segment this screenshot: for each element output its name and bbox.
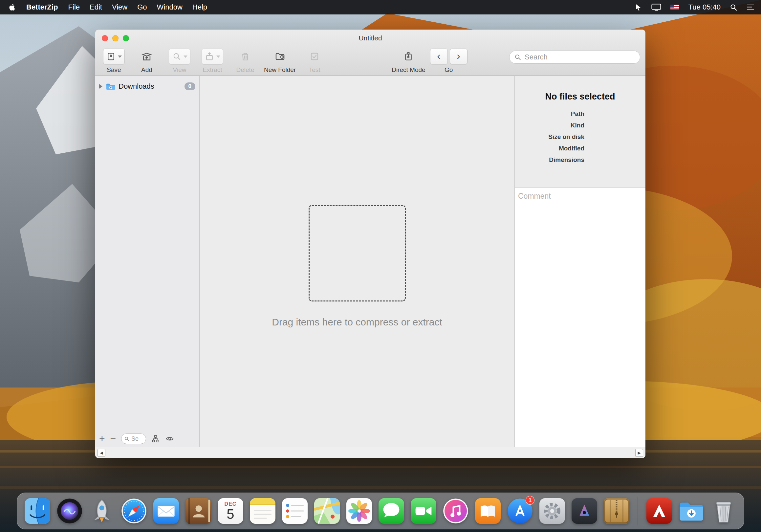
go-forward-button[interactable]: › (450, 49, 467, 64)
dock-item-messages[interactable] (378, 497, 405, 525)
dock-item-facetime[interactable] (410, 497, 437, 525)
preview-eye-icon[interactable] (165, 435, 174, 443)
toolbar-add-label: Add (141, 66, 152, 74)
chevron-down-icon (216, 55, 220, 58)
remove-archive-button[interactable]: − (110, 434, 116, 443)
notification-center-icon[interactable] (746, 4, 754, 11)
menu-bar-clock[interactable]: Tue 05:40 (688, 3, 721, 12)
add-archive-button[interactable]: + (99, 434, 105, 443)
calendar-day: 5 (226, 507, 234, 521)
dock-item-finder[interactable] (24, 497, 51, 525)
scroll-right-button[interactable]: ▶ (635, 449, 643, 457)
apple-menu-icon[interactable] (9, 3, 17, 11)
add-to-archive-icon (141, 51, 152, 62)
disclosure-triangle-icon[interactable] (99, 84, 102, 89)
toolbar-go-label: Go (444, 66, 453, 74)
new-folder-icon (274, 51, 286, 62)
toolbar-test-button: Test (300, 48, 328, 74)
dock-item-system-preferences[interactable] (538, 497, 566, 525)
sidebar-filter-input[interactable] (131, 435, 142, 443)
menu-file[interactable]: File (63, 3, 85, 12)
dock-item-launchpad[interactable] (88, 497, 116, 525)
inspector-panel: No files selected Path Kind Size on disk… (514, 76, 645, 447)
toolbar-save-label: Save (107, 66, 121, 74)
toolbar-search-field[interactable] (509, 51, 640, 64)
save-archive-icon (106, 51, 116, 62)
sidebar-item-downloads[interactable]: Downloads 0 (95, 79, 199, 93)
search-input[interactable] (524, 53, 635, 62)
menu-go[interactable]: Go (132, 3, 152, 12)
direct-mode-icon (403, 51, 414, 62)
dock-item-maps[interactable] (313, 497, 341, 525)
toolbar-direct-mode-label: Direct Mode (392, 66, 425, 74)
toolbar-view-button: View (165, 48, 194, 74)
menu-view[interactable]: View (107, 3, 132, 12)
sidebar: Downloads 0 + − (95, 76, 200, 447)
chevron-down-icon (184, 55, 188, 58)
chevron-left-icon: ‹ (437, 51, 440, 61)
title-bar[interactable]: Untitled (95, 30, 645, 47)
dock-item-calendar[interactable]: DEC 5 (217, 497, 244, 525)
dock-item-notes[interactable] (249, 497, 276, 525)
dock-item-ibooks[interactable] (474, 497, 501, 525)
app-menu-title[interactable]: BetterZip (21, 3, 63, 12)
field-label-kind: Kind (515, 122, 584, 129)
toolbar-new-folder-label: New Folder (264, 66, 296, 74)
menu-help[interactable]: Help (188, 3, 212, 12)
window-chrome: Untitled Save (95, 30, 645, 76)
toolbar-view-label: View (173, 66, 187, 74)
toolbar-extract-button: Extract (198, 48, 226, 74)
dock-item-acrobat[interactable] (645, 497, 673, 525)
dock-item-mail[interactable] (152, 497, 180, 525)
dock-item-betterzip[interactable] (603, 497, 630, 525)
zoom-button[interactable] (123, 35, 129, 41)
toolbar-extract-label: Extract (203, 66, 222, 74)
menu-edit[interactable]: Edit (85, 3, 107, 12)
item-count-badge: 0 (185, 83, 195, 90)
input-language-flag-icon[interactable] (671, 5, 679, 10)
toolbar-direct-mode-button[interactable]: Direct Mode (392, 48, 425, 74)
field-label-size-on-disk: Size on disk (515, 133, 584, 141)
dock-item-safari[interactable] (120, 497, 148, 525)
menu-window[interactable]: Window (152, 3, 188, 12)
inspector-title: No files selected (515, 91, 645, 102)
toolbar-delete-label: Delete (236, 66, 255, 74)
dock-item-app[interactable] (571, 497, 598, 525)
dock-item-reminders[interactable] (281, 497, 309, 525)
dock-item-contacts[interactable] (185, 497, 212, 525)
display-icon[interactable] (651, 4, 661, 11)
minimize-button[interactable] (112, 35, 119, 41)
field-label-path: Path (515, 110, 584, 118)
close-button[interactable] (102, 35, 108, 41)
toolbar-add-button[interactable]: Add (133, 48, 161, 74)
toolbar-save-button[interactable]: Save (100, 48, 128, 74)
comment-field[interactable]: Comment (515, 188, 645, 447)
spotlight-search-icon[interactable] (730, 4, 737, 11)
sidebar-filter-field[interactable] (121, 434, 146, 444)
dock-item-app-store[interactable]: 1 (506, 497, 534, 525)
hierarchy-view-icon[interactable] (151, 435, 160, 443)
betterzip-window: Untitled Save (95, 30, 645, 458)
toolbar-test-label: Test (309, 66, 321, 74)
menu-bar: BetterZip File Edit View Go Window Help … (0, 0, 761, 15)
go-back-button[interactable]: ‹ (430, 49, 448, 64)
dock-item-photos[interactable] (345, 497, 373, 525)
toolbar: Save Add (95, 47, 645, 76)
toolbar-go-buttons: ‹ › Go (430, 48, 467, 74)
window-title: Untitled (359, 34, 382, 42)
dock-item-downloads[interactable] (677, 497, 705, 525)
dock-item-siri[interactable] (56, 497, 84, 525)
remote-pointer-icon[interactable] (635, 4, 642, 11)
field-label-modified: Modified (515, 145, 584, 152)
test-checkmark-icon (309, 51, 320, 62)
horizontal-scrollbar[interactable]: ◀ ▶ (95, 447, 645, 458)
toolbar-new-folder-button[interactable]: New Folder (264, 48, 296, 74)
drop-zone[interactable] (309, 205, 406, 302)
search-icon (514, 53, 521, 61)
archive-content-area: Drag items here to compress or extract (200, 76, 514, 447)
scroll-left-button[interactable]: ◀ (97, 449, 105, 457)
trash-icon (240, 51, 251, 62)
dock-item-itunes[interactable] (442, 497, 469, 525)
dock-item-trash[interactable] (710, 497, 737, 525)
traffic-lights (102, 30, 129, 47)
